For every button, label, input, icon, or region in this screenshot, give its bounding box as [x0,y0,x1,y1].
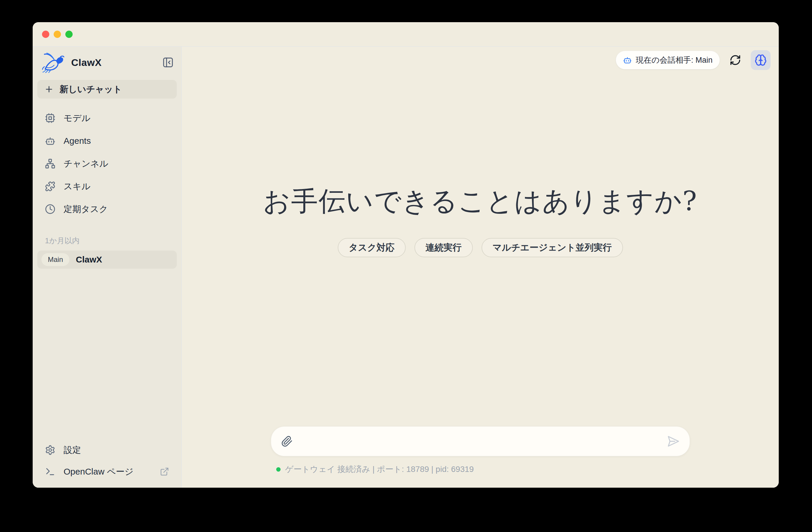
chip-continuous-run[interactable]: 連続実行 [415,238,473,257]
sidebar-item-label: Agents [63,136,91,146]
sidebar-item-models[interactable]: モデル [37,107,177,129]
chip-multi-agent-parallel[interactable]: マルチエージェント並列実行 [481,238,623,257]
message-input-bar[interactable] [271,427,690,456]
sidebar-item-settings[interactable]: 設定 [37,439,177,461]
close-button[interactable] [42,31,49,38]
gateway-status-text: ゲートウェイ 接続済み | ポート: 18789 | pid: 69319 [285,464,474,475]
app-title: ClawX [71,57,102,68]
new-chat-label: 新しいチャット [59,83,122,95]
paperclip-icon [281,435,293,447]
sidebar-nav: モデル Agents [37,107,177,220]
settings-label: 設定 [63,444,81,456]
panel-collapse-icon [162,57,174,68]
refresh-icon [729,54,741,66]
clawx-logo-icon [42,52,67,73]
send-icon [667,435,680,448]
sidebar-item-label: 定期タスク [63,203,108,215]
main-badge: Main [41,253,69,266]
sidebar-item-agents[interactable]: Agents [37,129,177,152]
external-link-icon [160,467,169,476]
sitemap-icon [45,158,55,169]
cpu-icon [45,113,55,124]
brain-button[interactable] [751,50,771,70]
collapse-sidebar-button[interactable] [162,56,174,69]
zoom-button[interactable] [65,31,73,38]
puzzle-icon [45,181,55,192]
welcome-heading: お手伝いできることはありますか? [182,184,779,219]
sidebar-item-label: チャンネル [63,158,108,170]
refresh-button[interactable] [729,53,742,67]
main-header: 現在の会話相手: Main [616,50,771,70]
sidebar-spacer [37,269,177,439]
current-conversation-button[interactable]: 現在の会話相手: Main [616,51,720,69]
brain-icon [755,54,767,66]
main-area: 現在の会話相手: Main お手伝いできること [182,47,779,488]
history-item-clawx[interactable]: Main ClawX [37,250,177,269]
current-conversation-label: 現在の会話相手: Main [636,55,712,65]
suggestion-chips: タスク対応 連続実行 マルチエージェント並列実行 [182,238,779,257]
send-button[interactable] [667,435,680,448]
terminal-icon [45,466,55,477]
sidebar-item-label: スキル [63,181,90,192]
clock-icon [45,204,55,214]
titlebar [33,22,779,47]
message-input[interactable] [300,436,660,446]
sidebar-header: ClawX [37,51,177,73]
new-chat-button[interactable]: 新しいチャット [37,80,177,99]
gear-icon [45,445,55,455]
history-section-label: 1か月以内 [37,236,177,246]
sidebar-item-channels[interactable]: チャンネル [37,152,177,175]
sidebar-item-skills[interactable]: スキル [37,175,177,198]
app-window: ClawX 新しいチャット [33,22,779,488]
sidebar: ClawX 新しいチャット [33,47,182,488]
plus-icon [44,85,54,94]
gateway-status: ゲートウェイ 接続済み | ポート: 18789 | pid: 69319 [271,464,690,475]
chip-task-support[interactable]: タスク対応 [338,238,406,257]
sidebar-item-scheduled-tasks[interactable]: 定期タスク [37,198,177,220]
robot-icon [45,135,55,146]
attach-button[interactable] [281,435,293,447]
minimize-button[interactable] [54,31,61,38]
composer-section: ゲートウェイ 接続済み | ポート: 18789 | pid: 69319 [182,427,779,488]
sidebar-item-label: モデル [63,112,90,124]
history-item-title: ClawX [76,255,102,264]
robot-icon [623,56,632,64]
connected-status-dot [276,467,280,472]
sidebar-item-openclaw-page[interactable]: OpenClaw ページ [37,461,177,483]
hero-section: お手伝いできることはありますか? タスク対応 連続実行 マルチエージェント並列実… [182,184,779,257]
openclaw-page-label: OpenClaw ページ [63,466,134,478]
window-controls [42,31,73,38]
